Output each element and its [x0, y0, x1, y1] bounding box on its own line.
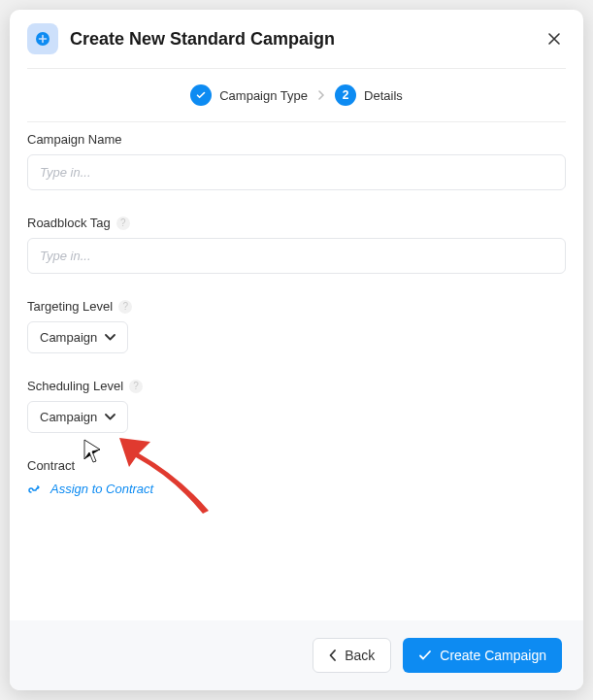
- field-label: Scheduling Level: [27, 379, 123, 393]
- chevron-down-icon: [105, 414, 115, 420]
- step-number-icon: 2: [335, 84, 356, 106]
- create-campaign-button[interactable]: Create Campaign: [403, 638, 562, 673]
- modal-title: Create New Standard Campaign: [70, 29, 543, 50]
- chevron-left-icon: [329, 650, 337, 661]
- plus-icon: [27, 23, 58, 54]
- select-value: Campaign: [40, 410, 97, 424]
- stepper: Campaign Type 2 Details: [10, 69, 583, 121]
- assign-icon: [27, 481, 43, 496]
- campaign-name-input[interactable]: [27, 154, 566, 190]
- help-icon[interactable]: ?: [118, 300, 132, 314]
- step-label: Campaign Type: [219, 88, 308, 103]
- field-label: Roadblock Tag: [27, 216, 111, 230]
- close-button[interactable]: [543, 27, 566, 50]
- chevron-down-icon: [105, 334, 115, 341]
- modal-header: Create New Standard Campaign: [10, 10, 583, 68]
- roadblock-tag-input[interactable]: [27, 238, 566, 274]
- assign-link-text: Assign to Contract: [50, 482, 153, 496]
- chevron-right-icon: [317, 86, 325, 104]
- field-targeting-level: Targeting Level ? Campaign: [27, 299, 566, 353]
- field-label: Targeting Level: [27, 299, 113, 314]
- step-label: Details: [364, 88, 403, 103]
- scheduling-level-select[interactable]: Campaign: [27, 401, 128, 433]
- select-value: Campaign: [40, 330, 97, 345]
- field-roadblock-tag: Roadblock Tag ?: [27, 216, 566, 274]
- create-label: Create Campaign: [440, 648, 546, 663]
- form-area: Campaign Name Roadblock Tag ? Targeting …: [10, 122, 583, 620]
- field-campaign-name: Campaign Name: [27, 132, 566, 190]
- check-icon: [418, 650, 432, 661]
- help-icon[interactable]: ?: [129, 380, 143, 393]
- field-contract: Contract Assign to Contract: [27, 458, 566, 500]
- step-details[interactable]: 2 Details: [335, 84, 403, 106]
- assign-to-contract-link[interactable]: Assign to Contract: [27, 481, 153, 496]
- field-label: Contract: [27, 458, 75, 473]
- check-icon: [190, 84, 212, 106]
- back-label: Back: [345, 648, 375, 663]
- field-label: Campaign Name: [27, 132, 122, 147]
- help-icon[interactable]: ?: [116, 217, 130, 230]
- field-scheduling-level: Scheduling Level ? Campaign: [27, 379, 566, 433]
- step-campaign-type[interactable]: Campaign Type: [190, 84, 308, 106]
- close-icon: [547, 32, 561, 46]
- modal-footer: Back Create Campaign: [10, 620, 583, 690]
- create-campaign-modal: Create New Standard Campaign Campaign Ty…: [10, 10, 583, 690]
- targeting-level-select[interactable]: Campaign: [27, 321, 128, 353]
- back-button[interactable]: Back: [313, 638, 391, 673]
